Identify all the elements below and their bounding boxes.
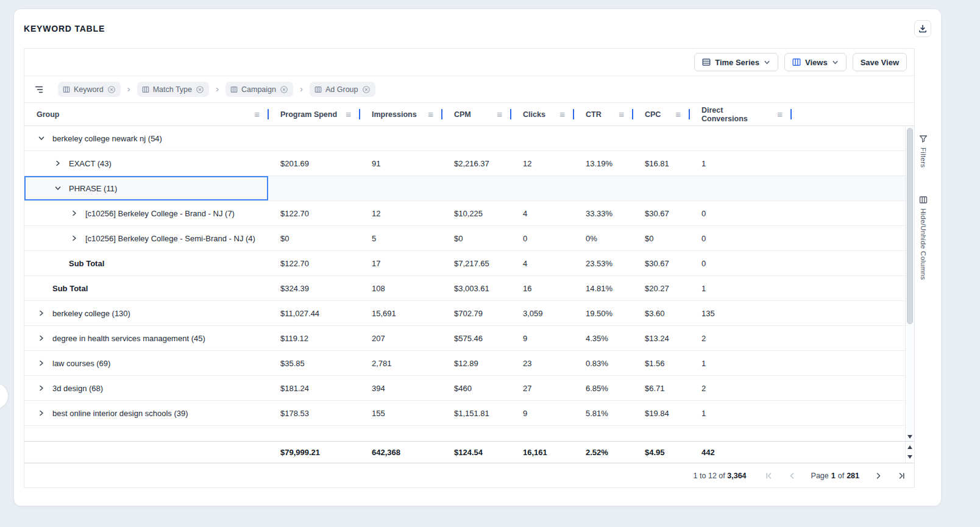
table-row[interactable]: [c10256] Berkeley College - Brand - NJ (… — [24, 201, 914, 226]
group-cell[interactable]: EXACT (43) — [24, 151, 268, 175]
column-menu-icon[interactable]: ≡ — [491, 110, 502, 119]
scroll-down-arrow-icon[interactable] — [907, 435, 912, 439]
chevron-right-icon[interactable] — [69, 208, 79, 218]
filters-tab[interactable]: Filters — [919, 135, 928, 168]
column-header-clicks[interactable]: Clicks ≡ — [511, 103, 573, 126]
group-label: berkeley college newark nj (54) — [52, 134, 162, 143]
save-view-button[interactable]: Save View — [853, 53, 907, 71]
table-row[interactable]: EXACT (43)$201.6991$2,216.371213.19%$16.… — [24, 151, 914, 176]
column-header-cpm[interactable]: CPM ≡ — [442, 103, 511, 126]
total-program-spend: $79,999.21 — [268, 442, 360, 462]
next-page-button[interactable] — [874, 472, 882, 480]
totals-group-cell — [24, 442, 268, 462]
column-header-cpc[interactable]: CPC ≡ — [633, 103, 689, 126]
value-cell: 0 — [689, 226, 791, 250]
chevron-right-icon[interactable] — [69, 233, 79, 243]
remove-chip-icon[interactable] — [362, 85, 371, 94]
group-cell[interactable]: Sub Total — [24, 251, 268, 275]
value-cell: 16 — [511, 276, 573, 300]
group-label: 3d design (68) — [52, 384, 103, 393]
chevron-right-icon[interactable] — [37, 333, 46, 343]
last-page-button[interactable] — [897, 472, 906, 480]
group-cell[interactable]: law courses (69) — [24, 351, 268, 375]
chevron-right-icon[interactable] — [53, 158, 63, 168]
keyword-table-card: KEYWORD TABLE Time Series — [13, 9, 942, 506]
previous-page-button[interactable] — [788, 472, 797, 480]
group-chip-match-type[interactable]: Match Type — [137, 82, 209, 97]
column-label: Group — [37, 110, 60, 119]
value-cell: $7,217.65 — [442, 251, 511, 275]
chevron-down-icon[interactable] — [53, 183, 63, 193]
table-row[interactable]: best online interior design schools (39)… — [24, 401, 914, 426]
remove-chip-icon[interactable] — [107, 85, 116, 94]
time-series-label: Time Series — [715, 58, 759, 67]
table-row[interactable]: degree in health services management (45… — [24, 326, 914, 351]
total-cpc: $4.95 — [633, 442, 689, 462]
table-row[interactable]: 3d design (68)$181.24394$460276.85%$6.71… — [24, 376, 914, 401]
value-cell: 5 — [360, 226, 442, 250]
time-series-button[interactable]: Time Series — [694, 53, 778, 71]
value-cell: $19.84 — [633, 401, 689, 425]
chevron-right-icon[interactable] — [37, 358, 46, 368]
chevron-right-icon[interactable] — [37, 383, 46, 393]
column-header-group[interactable]: Group ≡ — [24, 103, 268, 126]
scrollbar-thumb[interactable] — [907, 128, 913, 324]
group-label: EXACT (43) — [69, 159, 112, 168]
download-button[interactable] — [914, 20, 931, 37]
group-cell[interactable]: Sub Total — [24, 276, 268, 300]
scroll-down-arrow-icon[interactable] — [907, 455, 912, 459]
remove-chip-icon[interactable] — [196, 85, 204, 94]
vertical-scrollbar[interactable] — [905, 126, 914, 441]
column-header-program-spend[interactable]: Program Spend ≡ — [268, 103, 360, 126]
table-row[interactable]: berkeley college (130)$11,027.4415,691$7… — [24, 301, 914, 326]
first-page-button[interactable] — [765, 472, 773, 480]
column-menu-icon[interactable]: ≡ — [669, 110, 681, 119]
column-header-ctr[interactable]: CTR ≡ — [573, 103, 633, 126]
hide-unhide-columns-tab[interactable]: Hide/Unhide Columns — [919, 196, 928, 280]
column-header-impressions[interactable]: Impressions ≡ — [360, 103, 442, 126]
group-cell[interactable]: berkeley college (130) — [24, 301, 268, 325]
group-chip-ad-group[interactable]: Ad Group — [310, 82, 375, 97]
table-row[interactable]: Sub Total$324.39108$3,003.611614.81%$20.… — [24, 276, 914, 301]
column-header-direct-conversions[interactable]: Direct Conversions ≡ — [689, 103, 791, 126]
chevron-right-icon: › — [127, 84, 130, 94]
column-menu-icon[interactable]: ≡ — [422, 110, 433, 119]
total-clicks: 16,161 — [511, 442, 573, 462]
group-cell[interactable]: berkeley college newark nj (54) — [24, 126, 268, 150]
group-cell[interactable]: 3d design (68) — [24, 376, 268, 400]
column-menu-icon[interactable]: ≡ — [771, 110, 783, 119]
chip-label: Keyword — [74, 85, 104, 94]
views-button[interactable]: Views — [784, 53, 847, 71]
chevron-right-icon[interactable] — [37, 308, 46, 318]
table-row[interactable]: berkeley college newark nj (54) — [24, 126, 914, 151]
value-cell: 1 — [689, 151, 791, 175]
value-cell: 6.85% — [573, 376, 633, 400]
group-label: [c10256] Berkeley College - Brand - NJ (… — [85, 209, 235, 218]
pinned-scrollbar[interactable] — [905, 442, 914, 462]
group-cell[interactable]: PHRASE (11) — [24, 176, 268, 200]
group-cell[interactable]: [c10256] Berkeley College - Semi-Brand -… — [24, 226, 268, 250]
scroll-up-arrow-icon[interactable] — [907, 445, 912, 449]
value-cell: $122.70 — [268, 251, 360, 275]
group-label: PHRASE (11) — [69, 184, 117, 193]
group-cell[interactable]: degree in health services management (45… — [24, 326, 268, 350]
side-drawer-handle[interactable] — [0, 383, 9, 409]
group-cell[interactable]: [c10256] Berkeley College - Brand - NJ (… — [24, 201, 268, 225]
table-row[interactable]: PHRASE (11) — [24, 176, 914, 201]
column-menu-icon[interactable]: ≡ — [612, 110, 624, 119]
column-menu-icon[interactable]: ≡ — [339, 110, 351, 119]
value-cell: 135 — [689, 301, 791, 325]
group-chip-keyword[interactable]: Keyword — [58, 82, 121, 97]
table-row[interactable]: law courses (69)$35.852,781$12.89230.83%… — [24, 351, 914, 376]
remove-chip-icon[interactable] — [280, 85, 288, 94]
column-menu-icon[interactable]: ≡ — [248, 110, 260, 119]
group-cell[interactable]: best online interior design schools (39) — [24, 401, 268, 425]
group-chip-campaign[interactable]: Campaign — [225, 82, 293, 97]
chevron-down-icon[interactable] — [37, 133, 46, 143]
value-cell: $0 — [442, 226, 511, 250]
table-row[interactable]: [c10256] Berkeley College - Semi-Brand -… — [24, 226, 914, 251]
column-menu-icon[interactable]: ≡ — [553, 110, 565, 119]
chevron-right-icon[interactable] — [37, 408, 46, 418]
table-row[interactable]: Sub Total$122.7017$7,217.65423.53%$30.67… — [24, 251, 914, 276]
value-cell — [573, 176, 633, 200]
